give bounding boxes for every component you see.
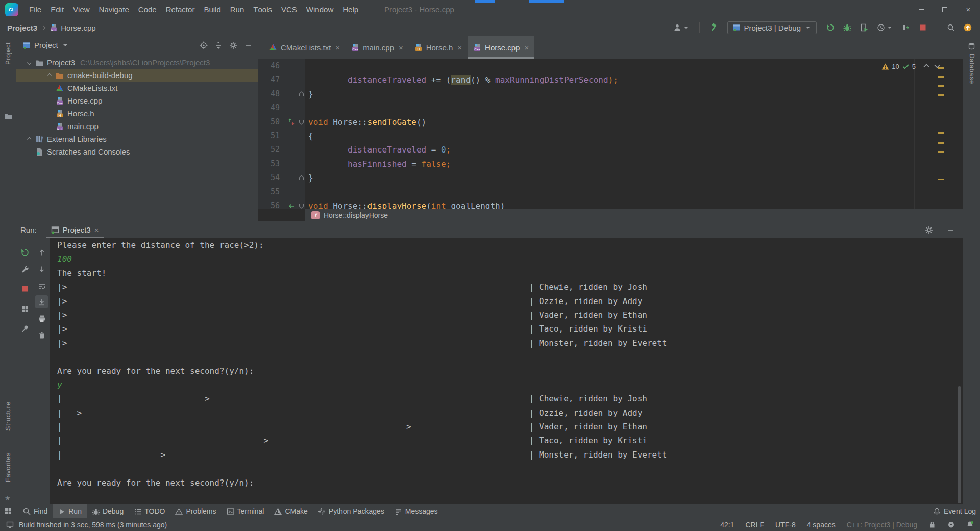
line-endings[interactable]: CRLF [745,521,764,529]
menu-navigate[interactable]: Navigate [94,0,134,19]
tool-stripe-favorites[interactable]: Favorites [4,452,12,484]
encoding[interactable]: UTF-8 [775,521,796,529]
line-number[interactable]: 54 [258,171,286,185]
rerun-button[interactable] [825,22,836,33]
console-scrollbar[interactable] [958,386,961,503]
rerun-button[interactable] [18,246,31,259]
menu-view[interactable]: View [68,0,94,19]
menu-help[interactable]: Help [338,0,363,19]
hide-minus-icon[interactable] [946,226,954,234]
line-number[interactable]: 52 [258,143,286,157]
tree-item-horse-h[interactable]: HHorse.h [16,107,258,120]
line-number[interactable]: 47 [258,73,286,87]
run-tab-project3[interactable]: Project3 × [46,221,104,238]
coverage-button[interactable] [859,22,869,33]
arrow-up-button[interactable] [35,246,48,259]
tool-stripe-database[interactable]: Database [968,54,976,86]
warning-stripe-mark[interactable] [938,67,944,69]
warning-stripe-mark[interactable] [938,142,944,144]
menu-vcs[interactable]: VCS [277,0,302,19]
search-button[interactable] [946,22,956,33]
attach-process-button[interactable] [901,22,911,33]
editor-tab-main-cpp[interactable]: C++main.cpp× [346,36,409,59]
tool-window-tab-todo[interactable]: TODO [129,504,170,518]
close-icon[interactable]: × [457,43,462,52]
scroll-to-end-button[interactable] [35,295,48,308]
indent-style[interactable]: 4 spaces [807,521,836,529]
line-number[interactable]: 48 [258,87,286,101]
chevron-right-icon[interactable] [24,138,34,141]
tree-item-horse-cpp[interactable]: C++Horse.cpp [16,94,258,107]
event-log-button[interactable]: Event Log [933,507,976,515]
tree-item-main-cpp[interactable]: C++main.cpp [16,120,258,133]
menu-run[interactable]: Run [226,0,249,19]
arrow-down-button[interactable] [35,263,48,275]
tool-stripe-project[interactable]: Project [4,42,12,66]
hide-minus-icon[interactable] [244,41,252,49]
close-button[interactable]: × [957,0,980,19]
breadcrumb-project[interactable]: Project3 [7,23,37,32]
line-number[interactable]: 56 [258,199,286,209]
tool-window-tab-problems[interactable]: Problems [170,504,221,518]
warning-stripe-mark[interactable] [938,132,944,134]
prev-chevron-icon[interactable] [922,62,930,70]
chevron-down-icon[interactable] [24,61,34,64]
wrench-button[interactable] [18,263,31,275]
menu-refactor[interactable]: Refactor [161,0,200,19]
run-console[interactable]: Please enter the distance of the race(>2… [50,238,963,504]
gutter-left-icon[interactable] [286,199,297,209]
line-number[interactable]: 53 [258,157,286,171]
warning-stripe-mark[interactable] [938,76,944,78]
tool-window-tab-debug[interactable]: Debug [87,504,129,518]
editor-tab-horse-cpp[interactable]: C++Horse.cpp× [468,36,534,59]
line-number[interactable]: 51 [258,129,286,143]
gutter-updown-icon[interactable] [286,115,297,129]
menu-build[interactable]: Build [199,0,225,19]
status-message[interactable]: Build finished in 3 sec, 598 ms (3 minut… [19,521,167,529]
menu-tools[interactable]: Tools [249,0,277,19]
warning-stripe-mark[interactable] [938,179,944,180]
grid-button[interactable] [18,302,31,315]
menu-file[interactable]: File [24,0,46,19]
line-number[interactable]: 55 [258,185,286,199]
fold-start-icon[interactable] [297,115,305,129]
fold-end-icon[interactable] [297,87,305,101]
print-button[interactable] [35,312,48,325]
tree-item-cmakelists-txt[interactable]: CMakeLists.txt [16,82,258,94]
run-configuration-select[interactable]: Project3 | Debug [727,21,817,34]
resolve-context[interactable]: C++: Project3 | Debug [847,521,917,529]
code-viewport[interactable]: 4647 distanceTraveled += (rand() % maxRu… [258,59,963,209]
pin-button[interactable] [18,322,31,335]
line-number[interactable]: 46 [258,59,286,73]
warning-stripe-mark[interactable] [938,85,944,87]
menu-edit[interactable]: Edit [46,0,68,19]
close-icon[interactable]: × [399,43,403,52]
stop-button[interactable] [18,282,31,295]
breadcrumb-file[interactable]: Horse.cpp [61,23,95,32]
tool-stripe-structure[interactable]: Structure [4,401,12,432]
maximize-button[interactable] [933,0,957,19]
inspections-widget[interactable]: 10 5 [881,62,941,70]
notifications-icon[interactable] [966,521,974,528]
locate-target-icon[interactable] [200,41,208,49]
gear-icon[interactable] [925,226,933,234]
warning-stripe-mark[interactable] [938,94,944,96]
stop-button[interactable] [918,22,928,33]
line-number[interactable]: 49 [258,101,286,115]
inspector-profile-icon[interactable] [947,521,955,528]
editor-tab-cmakelists-txt[interactable]: CMakeLists.txt× [263,36,346,59]
tool-window-tab-run[interactable]: Run [53,504,87,518]
star-icon[interactable]: ★ [5,494,11,502]
close-icon[interactable]: × [524,43,529,52]
close-icon[interactable]: × [335,43,340,52]
fold-start-icon[interactable] [297,199,305,209]
tool-window-tab-terminal[interactable]: Terminal [222,504,270,518]
chevron-right-icon[interactable] [45,74,54,77]
build-hammer-button[interactable] [708,22,719,33]
tool-window-tab-cmake[interactable]: CMake [269,504,312,518]
project-panel-title[interactable]: Project [34,41,58,49]
editor-tab-horse-h[interactable]: HHorse.h× [409,36,468,59]
fold-end-icon[interactable] [297,171,305,185]
close-icon[interactable]: × [94,225,99,234]
menu-code[interactable]: Code [134,0,161,19]
